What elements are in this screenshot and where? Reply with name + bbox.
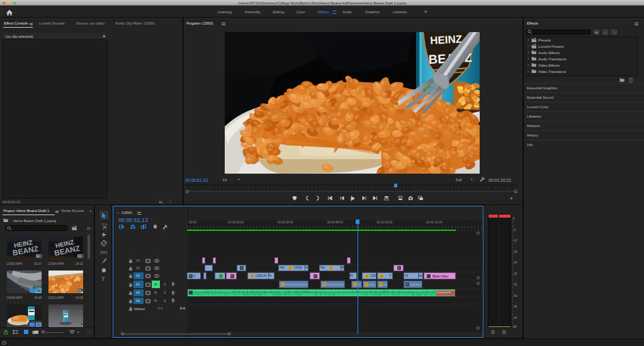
svg-text:HEINZ: HEINZ [430, 33, 463, 47]
